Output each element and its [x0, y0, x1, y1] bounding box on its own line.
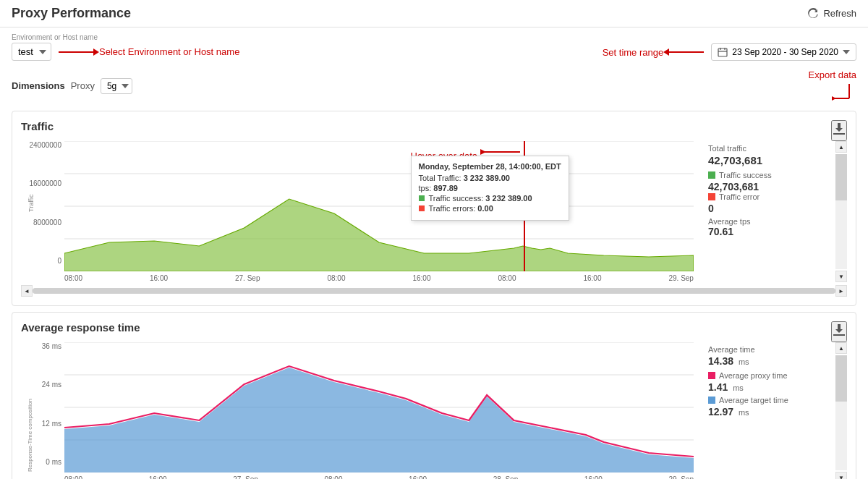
response-stats: Average time 14.38 ms Average proxy time… [702, 342, 833, 479]
time-range-value: 23 Sep 2020 - 30 Sep 2020 [732, 47, 838, 57]
scroll-up-arrow-2[interactable]: ▲ [835, 342, 847, 354]
svg-marker-6 [832, 96, 836, 101]
scroll-left-arrow[interactable]: ◄ [21, 285, 33, 297]
export-arrow-icon [813, 80, 856, 102]
target-time-dot [708, 397, 715, 404]
tooltip-success-dot [419, 195, 425, 201]
svg-marker-9 [480, 149, 486, 155]
traffic-stats: Total traffic 42,703,681 Traffic success… [702, 141, 833, 282]
env-select[interactable]: test [12, 43, 51, 61]
traffic-x-labels: 08:00 16:00 27. Sep 08:00 16:00 08:00 16… [64, 271, 694, 282]
response-svg [64, 342, 694, 472]
proxy-select[interactable]: 5g [101, 78, 132, 94]
traffic-download-button[interactable] [831, 120, 847, 141]
env-group: Environment or Host name test Select Env… [12, 33, 239, 61]
time-annotation-arrow: Set time range [603, 47, 705, 58]
svg-rect-0 [718, 48, 727, 56]
scroll-right-arrow[interactable]: ► [835, 285, 847, 297]
dimensions-row: Dimensions Proxy 5g Export data [0, 64, 868, 105]
response-title: Average response time [21, 321, 140, 334]
dim-label: Dimensions [12, 80, 65, 91]
env-label: Environment or Host name [12, 33, 239, 41]
chevron-down-icon [843, 50, 850, 54]
response-scrollbar-v: ▲ ▼ [835, 342, 847, 479]
download-icon [833, 122, 846, 136]
scroll-down-arrow-2[interactable]: ▼ [835, 472, 847, 479]
scroll-up-arrow[interactable]: ▲ [835, 141, 847, 153]
response-y-title: Response-Time composition [27, 399, 34, 472]
proxy-time-dot [708, 372, 715, 379]
env-annotation-arrow: Select Environment or Host name [59, 46, 239, 57]
success-dot [708, 171, 715, 179]
refresh-icon [807, 8, 819, 20]
traffic-chart-area: Monday, September 28, 14:00:00, EDT Tota… [64, 141, 694, 271]
response-download-button[interactable] [831, 321, 847, 342]
response-x-labels: 08:00 16:00 27. Sep 08:00 16:00 28. Sep … [64, 472, 694, 479]
error-dot [708, 193, 715, 200]
calendar-icon [718, 47, 728, 57]
traffic-section: Traffic 24000000 16000000 8000000 0 Traf… [12, 111, 856, 306]
download-icon-2 [833, 323, 846, 337]
page-title: Proxy Performance [12, 6, 131, 21]
dimensions-left: Dimensions Proxy 5g [12, 78, 132, 94]
traffic-scrollbar-h: ◄ ► [21, 285, 847, 297]
controls-row: Environment or Host name test Select Env… [0, 27, 868, 64]
time-range-group: Set time range 23 Sep 2020 - 30 Sep 2020 [603, 43, 856, 61]
traffic-y-title: Traffic [27, 194, 35, 212]
top-bar: Proxy Performance Refresh [0, 0, 868, 27]
traffic-scrollbar-v: ▲ ▼ [835, 141, 847, 282]
traffic-tooltip: Monday, September 28, 14:00:00, EDT Tota… [411, 156, 569, 221]
svg-marker-22 [64, 368, 694, 472]
traffic-title: Traffic [21, 120, 54, 132]
traffic-svg [64, 141, 694, 271]
response-section: Average response time 36 ms 24 ms 12 ms … [12, 312, 856, 479]
svg-marker-15 [64, 199, 694, 271]
dim-proxy-label: Proxy [71, 80, 95, 91]
response-chart-area [64, 342, 694, 472]
tooltip-error-dot [419, 205, 425, 211]
svg-rect-7 [833, 133, 845, 135]
time-range-button[interactable]: 23 Sep 2020 - 30 Sep 2020 [711, 43, 856, 61]
svg-rect-16 [833, 334, 845, 336]
export-annotation: Export data [809, 69, 857, 102]
scroll-down-arrow[interactable]: ▼ [835, 271, 847, 282]
refresh-button[interactable]: Refresh [807, 8, 856, 20]
